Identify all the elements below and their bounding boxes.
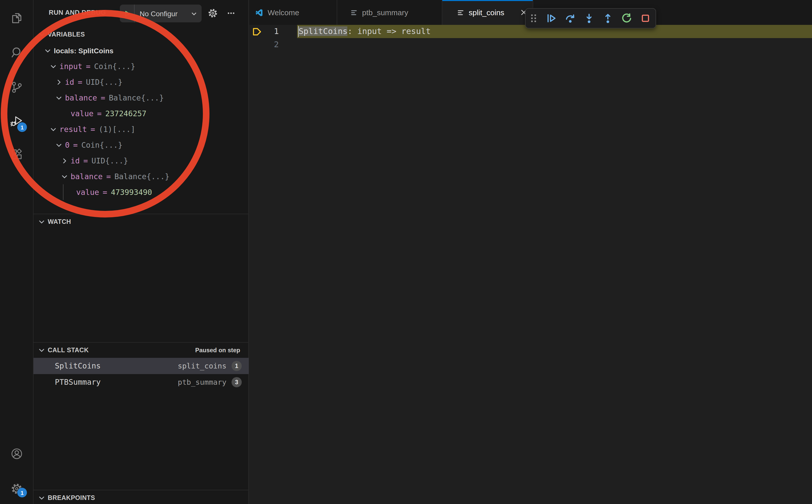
editor-area: Welcome ptb_summary (249, 0, 812, 504)
tab-ptb-summary[interactable]: ptb_summary (337, 0, 442, 25)
variable-row[interactable]: id=UID{...} (34, 74, 249, 90)
code-line-2[interactable]: 2 (249, 38, 812, 51)
variables-tree: locals: SplitCoins input=Coin{...} id=UI… (34, 43, 249, 200)
pause-status: Paused on step (195, 347, 249, 354)
extensions-icon[interactable] (10, 148, 23, 161)
chevron-down-icon[interactable] (44, 46, 52, 55)
section-title: VARIABLES (48, 31, 85, 38)
vscode-logo-icon (255, 8, 263, 16)
account-icon[interactable] (10, 447, 23, 460)
start-debug-play-icon[interactable] (120, 5, 135, 22)
line-number: 1 (249, 25, 279, 38)
chevron-down-icon[interactable] (55, 141, 63, 149)
code-editor[interactable]: 1 SplitCoins: input => result 2 (249, 25, 812, 504)
variables-section-header[interactable]: VARIABLES (34, 26, 249, 43)
search-icon[interactable] (10, 46, 23, 59)
section-title: CALL STACK (48, 347, 89, 354)
launch-config-dropdown[interactable]: No Configur (120, 5, 202, 22)
twisty-spacer (60, 109, 69, 117)
variable-row[interactable]: input=Coin{...} (34, 58, 249, 74)
text-cursor (298, 26, 298, 37)
variable-scope-row[interactable]: locals: SplitCoins (34, 43, 249, 58)
variable-row[interactable]: 0=Coin{...} (34, 137, 249, 153)
activity-bar: 1 1 (0, 0, 34, 504)
chevron-down-icon[interactable] (49, 62, 57, 70)
highlighted-word: SplitCoins (298, 26, 347, 36)
config-dropdown-label: No Configur (140, 9, 177, 18)
list-file-icon (350, 8, 358, 16)
code-rest: : input => result (347, 26, 431, 36)
breakpoints-section: BREAKPOINTS (34, 490, 249, 504)
code-text: SplitCoins: input => result (298, 25, 431, 38)
step-into-button[interactable] (580, 10, 598, 26)
vscode-window: 1 1 RUN AND D (0, 0, 812, 504)
section-title: WATCH (48, 218, 71, 225)
chevron-down-icon (38, 30, 46, 39)
settings-badge: 1 (17, 488, 27, 497)
variable-row[interactable]: result=(1)[...] (34, 121, 249, 137)
tree-indent-guide (63, 184, 63, 200)
chevron-down-icon[interactable] (60, 172, 69, 180)
toolbar-drag-handle[interactable] (529, 14, 542, 23)
chevron-down-icon (190, 9, 198, 18)
variable-row[interactable]: value=473993490 (34, 184, 249, 200)
run-and-debug-sidebar: RUN AND DEBUG No Configur (34, 0, 249, 504)
call-stack-section: CALL STACK Paused on step SplitCoins spl… (34, 342, 249, 490)
explorer-icon[interactable] (10, 11, 23, 24)
sidebar-header: RUN AND DEBUG No Configur (34, 0, 248, 26)
variable-row[interactable]: balance=Balance{...} (34, 169, 249, 184)
chevron-down-icon[interactable] (55, 94, 63, 102)
watch-section-header[interactable]: WATCH (34, 214, 249, 229)
variable-row[interactable]: balance=Balance{...} (34, 90, 249, 106)
section-title: BREAKPOINTS (48, 494, 95, 501)
line-number: 2 (249, 38, 279, 51)
continue-button[interactable] (542, 10, 561, 26)
gear-icon[interactable] (207, 8, 218, 19)
variable-row[interactable]: id=UID{...} (34, 153, 249, 169)
variables-section: VARIABLES locals: SplitCoins input=Coin{… (34, 26, 249, 214)
sidebar-title: RUN AND DEBUG (49, 9, 106, 16)
step-over-button[interactable] (561, 10, 580, 26)
watch-section: WATCH (34, 214, 249, 342)
source-control-icon[interactable] (10, 81, 23, 94)
tab-split-coins[interactable]: split_coins (442, 0, 533, 25)
frame-line-badge: 1 (231, 361, 242, 371)
tab-welcome[interactable]: Welcome (249, 0, 337, 25)
call-stack-section-header[interactable]: CALL STACK Paused on step (34, 343, 249, 358)
list-file-icon (457, 8, 465, 16)
step-out-button[interactable] (598, 10, 617, 26)
debug-toolbar (525, 8, 656, 28)
chevron-down-icon[interactable] (49, 125, 57, 133)
frame-line-badge: 3 (231, 377, 242, 387)
variable-row[interactable]: value=237246257 (34, 106, 249, 121)
chevron-down-icon (38, 494, 46, 502)
chevron-down-icon (38, 346, 46, 354)
more-actions-icon[interactable] (227, 9, 235, 17)
chevron-right-icon[interactable] (60, 157, 69, 165)
stack-frame-row[interactable]: PTBSummary ptb_summary 3 (34, 374, 249, 390)
breakpoints-section-header[interactable]: BREAKPOINTS (34, 490, 249, 504)
twisty-spacer (66, 188, 74, 196)
chevron-down-icon (38, 218, 46, 226)
stop-button[interactable] (636, 10, 655, 26)
restart-button[interactable] (617, 10, 636, 26)
chevron-right-icon[interactable] (55, 78, 63, 86)
stack-frame-row[interactable]: SplitCoins split_coins 1 (34, 358, 249, 374)
debug-badge: 1 (17, 122, 27, 132)
